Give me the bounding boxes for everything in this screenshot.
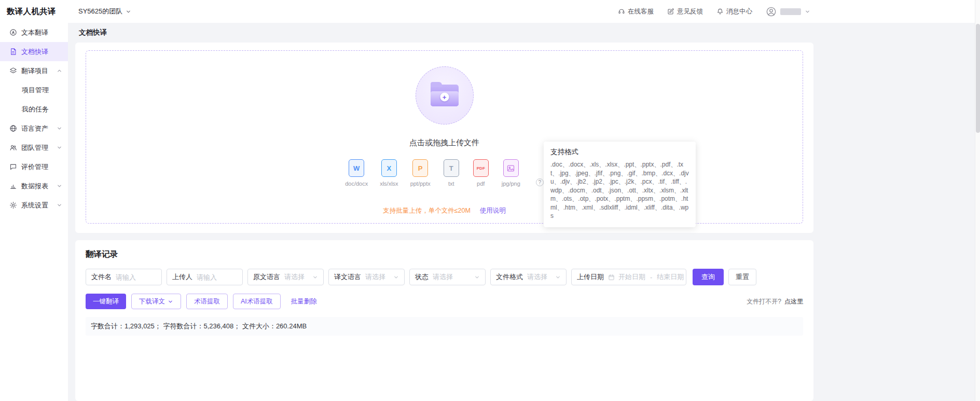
layers-icon bbox=[9, 67, 17, 75]
ppt-file-icon: P bbox=[412, 159, 428, 177]
chevron-up-icon bbox=[57, 68, 62, 74]
sidebar-item-label: 翻译项目 bbox=[21, 66, 48, 76]
filter-target-language[interactable]: 译文语言 请选择 bbox=[328, 269, 405, 285]
sidebar-item-my-tasks[interactable]: 我的任务 bbox=[0, 100, 68, 119]
filename-input[interactable] bbox=[116, 273, 156, 281]
online-service-label: 在线客服 bbox=[628, 7, 654, 16]
translation-records-card: 翻译记录 文件名 上传人 原文语言 请选择 译文语言 请选择 bbox=[75, 240, 813, 401]
stats-bar: 字数合计：1,293,025； 字符数合计：5,236,408； 文件大小：26… bbox=[86, 317, 803, 336]
filter-label: 上传人 bbox=[172, 272, 192, 282]
filter-uploader[interactable]: 上传人 bbox=[167, 269, 243, 285]
download-translation-button[interactable]: 下载译文 bbox=[131, 294, 181, 309]
format-image: jpg/png bbox=[502, 159, 520, 187]
formats-help-icon[interactable]: ? bbox=[536, 178, 544, 186]
file-open-help: 文件打不开? 点这里 bbox=[747, 297, 803, 306]
sidebar-item-project-management[interactable]: 项目管理 bbox=[0, 80, 68, 100]
tooltip-title: 支持格式 bbox=[550, 147, 689, 157]
sidebar-item-label: 语言资产 bbox=[21, 124, 48, 133]
format-ppt: P ppt/pptx bbox=[410, 159, 431, 187]
chevron-down-icon bbox=[168, 299, 173, 305]
topbar: SY5625的团队 在线客服 意见反馈 消息中心 bbox=[68, 0, 980, 23]
image-file-icon bbox=[503, 159, 519, 177]
sidebar-item-team-management[interactable]: 团队管理 bbox=[0, 138, 68, 157]
reset-button[interactable]: 重置 bbox=[728, 269, 756, 285]
date-start-placeholder: 开始日期 bbox=[618, 272, 645, 282]
message-center-label: 消息中心 bbox=[726, 7, 752, 16]
upload-title: 点击或拖拽上传文件 bbox=[409, 138, 479, 148]
sidebar-item-system-settings[interactable]: 系统设置 bbox=[0, 196, 68, 215]
sidebar-item-label: 评价管理 bbox=[21, 162, 48, 172]
message-center-link[interactable]: 消息中心 bbox=[716, 7, 752, 16]
chevron-down-icon bbox=[57, 183, 62, 189]
sidebar-item-doc-quick-translate[interactable]: 文档快译 bbox=[0, 42, 68, 61]
ai-term-extract-button[interactable]: AI术语提取 bbox=[233, 294, 281, 309]
sidebar-item-text-translate[interactable]: 文本翻译 bbox=[0, 23, 68, 42]
feedback-label: 意见反馈 bbox=[677, 7, 703, 16]
upload-limit-hint: 支持批量上传，单个文件≤20M bbox=[383, 206, 471, 215]
plus-icon: + bbox=[440, 93, 449, 102]
breadcrumb: 文档快译 bbox=[68, 23, 980, 43]
calendar-icon bbox=[608, 274, 615, 281]
feedback-link[interactable]: 意见反馈 bbox=[667, 7, 703, 16]
sidebar-nav: 文本翻译 文档快译 翻译项目 项目管理 我的任务 语言资产 bbox=[0, 23, 68, 215]
sidebar-item-label: 项目管理 bbox=[22, 86, 49, 95]
upload-card: + 点击或拖拽上传文件 W doc/docx X bbox=[75, 43, 813, 233]
sidebar-item-translation-projects[interactable]: 翻译项目 bbox=[0, 61, 68, 80]
chevron-down-icon bbox=[57, 126, 62, 131]
click-here-link[interactable]: 点这里 bbox=[784, 297, 803, 306]
globe-icon bbox=[9, 125, 17, 133]
filter-file-format[interactable]: 文件格式 请选择 bbox=[490, 269, 567, 285]
chevron-down-icon bbox=[57, 145, 62, 150]
filter-upload-date[interactable]: 上传日期 开始日期 - 结束日期 bbox=[571, 269, 686, 285]
action-row: 一键翻译 下载译文 术语提取 AI术语提取 批量删除 文件打不开? 点这里 bbox=[86, 294, 803, 309]
sidebar: 数译人机共译 文本翻译 文档快译 翻译项目 项目管理 我的任务 bbox=[0, 0, 68, 401]
filter-row: 文件名 上传人 原文语言 请选择 译文语言 请选择 bbox=[86, 269, 803, 285]
user-menu[interactable] bbox=[766, 6, 810, 17]
one-click-translate-button[interactable]: 一键翻译 bbox=[86, 294, 126, 309]
upload-hint-row: 支持批量上传，单个文件≤20M 使用说明 bbox=[383, 206, 506, 215]
headset-icon bbox=[618, 8, 625, 15]
upload-dropzone[interactable]: + 点击或拖拽上传文件 W doc/docx X bbox=[86, 50, 803, 224]
word-file-icon: W bbox=[349, 159, 364, 177]
avatar-icon bbox=[766, 6, 777, 17]
people-icon bbox=[9, 144, 17, 152]
usage-guide-link[interactable]: 使用说明 bbox=[480, 206, 506, 215]
bell-icon bbox=[716, 8, 724, 15]
main-content: 文档快译 + 点击或拖拽上传文件 W bbox=[68, 0, 980, 401]
format-txt: T txt bbox=[443, 159, 460, 187]
comment-icon bbox=[9, 163, 17, 171]
edit-icon bbox=[667, 8, 674, 15]
username-masked bbox=[780, 8, 801, 15]
filter-label: 文件名 bbox=[91, 272, 112, 282]
uploader-input[interactable] bbox=[197, 273, 237, 281]
excel-file-icon: X bbox=[381, 159, 397, 177]
records-title: 翻译记录 bbox=[86, 249, 803, 260]
file-open-question: 文件打不开? bbox=[747, 297, 781, 306]
filter-source-language[interactable]: 原文语言 请选择 bbox=[247, 269, 324, 285]
date-end-placeholder: 结束日期 bbox=[657, 272, 684, 282]
online-service-link[interactable]: 在线客服 bbox=[618, 7, 654, 16]
batch-delete-button[interactable]: 批量删除 bbox=[289, 294, 319, 309]
sidebar-item-label: 团队管理 bbox=[21, 143, 48, 153]
term-extract-button[interactable]: 术语提取 bbox=[186, 294, 228, 309]
tooltip-body: .doc、.docx、.xls、.xlsx、.ppt、.pptx、.pdf、.t… bbox=[550, 160, 689, 220]
select-placeholder: 请选择 bbox=[433, 272, 474, 282]
scrollbar-thumb[interactable] bbox=[976, 24, 980, 133]
sidebar-item-language-assets[interactable]: 语言资产 bbox=[0, 119, 68, 138]
text-translate-icon bbox=[9, 29, 17, 37]
stats-text: 字数合计：1,293,025； 字符数合计：5,236,408； 文件大小：26… bbox=[91, 322, 307, 330]
sidebar-item-label: 系统设置 bbox=[21, 201, 48, 210]
filter-filename[interactable]: 文件名 bbox=[86, 269, 162, 285]
filter-label: 文件格式 bbox=[496, 272, 523, 282]
search-button[interactable]: 查询 bbox=[693, 269, 724, 285]
team-selector[interactable]: SY5625的团队 bbox=[78, 7, 131, 16]
chevron-down-icon bbox=[805, 9, 810, 15]
sidebar-item-review-management[interactable]: 评价管理 bbox=[0, 157, 68, 176]
sidebar-item-label: 文档快译 bbox=[21, 47, 48, 57]
chevron-down-icon bbox=[555, 274, 561, 280]
chevron-down-icon bbox=[126, 9, 131, 15]
format-xls: X xls/xlsx bbox=[380, 159, 398, 187]
team-name: SY5625的团队 bbox=[78, 7, 122, 16]
filter-status[interactable]: 状态 请选择 bbox=[409, 269, 486, 285]
sidebar-item-data-reports[interactable]: 数据报表 bbox=[0, 176, 68, 196]
